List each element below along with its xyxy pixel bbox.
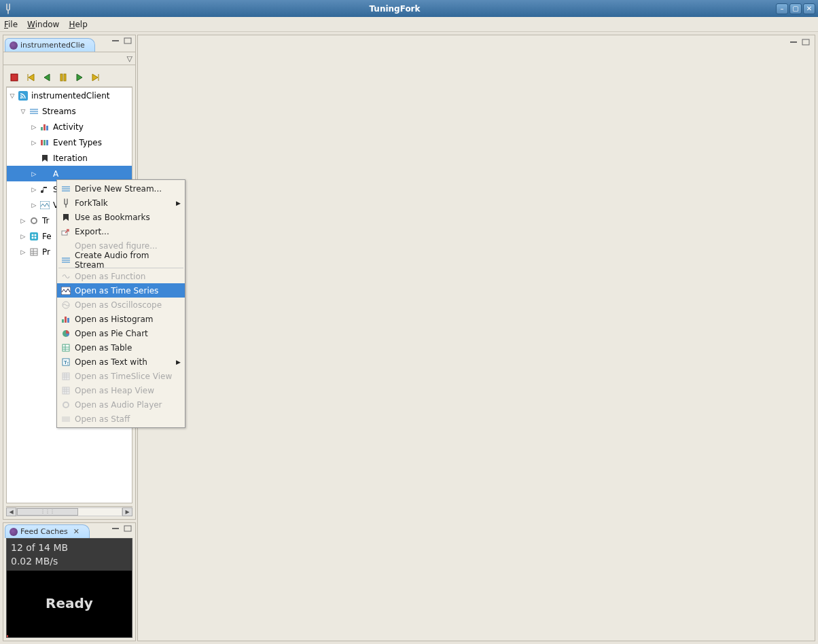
tree-root[interactable]: instrumentedClient	[7, 88, 132, 103]
cache-usage: 12 of 14 MB	[11, 541, 128, 555]
editor-area	[137, 35, 815, 641]
svg-rect-3	[60, 74, 63, 81]
tree-activity[interactable]: Activity	[7, 119, 132, 135]
svg-point-14	[31, 218, 37, 223]
play-button[interactable]	[74, 72, 85, 83]
maximize-view-icon[interactable]	[123, 524, 132, 533]
grid-icon	[60, 371, 72, 382]
text-icon: TT	[60, 357, 72, 368]
rss-icon	[18, 91, 29, 101]
first-button[interactable]	[25, 72, 36, 83]
scroll-right-button[interactable]: ▶	[122, 507, 132, 516]
piechart-icon	[60, 328, 72, 339]
derive-icon	[60, 183, 72, 194]
maximize-editor-icon[interactable]	[801, 38, 811, 46]
menu-open-as-staff: Open as Staff	[57, 412, 185, 426]
tuningfork-icon	[60, 198, 72, 209]
streams-icon	[29, 107, 39, 116]
bars-icon	[39, 122, 50, 132]
tags-icon	[39, 138, 50, 147]
horizontal-scrollbar[interactable]: ◀ ⋮⋮⋮ ▶	[6, 506, 132, 516]
svg-rect-32	[63, 344, 69, 351]
menu-bar: File Window Help	[0, 17, 818, 32]
svg-rect-30	[67, 318, 69, 323]
minimize-editor-icon[interactable]	[789, 38, 798, 46]
menu-export[interactable]: Export...	[57, 224, 185, 238]
menu-open-as-timeslice: Open as TimeSlice View	[57, 369, 185, 383]
instrumented-client-tab[interactable]: instrumentedClie	[5, 38, 95, 52]
histogram-icon	[60, 314, 72, 325]
svg-rect-21	[112, 528, 119, 529]
close-window-button[interactable]: ✕	[803, 3, 815, 14]
pause-button[interactable]	[58, 72, 69, 83]
stop-button[interactable]	[9, 72, 20, 83]
music-note-icon	[39, 185, 50, 194]
function-icon	[60, 271, 72, 282]
svg-rect-1	[124, 38, 131, 43]
bookmark-icon	[60, 212, 72, 223]
svg-rect-23	[790, 41, 797, 43]
eclipse-view-icon	[10, 528, 18, 536]
svg-rect-24	[802, 39, 809, 45]
eclipse-view-icon	[10, 41, 18, 50]
svg-rect-20	[31, 249, 37, 255]
svg-point-16	[32, 234, 34, 236]
svg-rect-15	[30, 232, 38, 240]
timeseries-icon	[60, 285, 72, 296]
cache-rate: 0.02 MB/s	[11, 555, 128, 569]
grid-icon	[60, 385, 72, 396]
feed-caches-body: 12 of 14 MB 0.02 MB/s Ready	[6, 538, 132, 638]
title-bar: TuningFork – ▢ ✕	[0, 0, 818, 17]
menu-help[interactable]: Help	[69, 20, 87, 29]
menu-use-as-bookmarks[interactable]: Use as Bookmarks	[57, 210, 185, 224]
svg-rect-12	[46, 140, 48, 145]
scroll-thumb[interactable]: ⋮⋮⋮	[17, 508, 78, 516]
tree-iteration[interactable]: Iteration	[7, 150, 132, 166]
tab-label: Feed Caches	[20, 527, 68, 536]
svg-point-18	[32, 236, 34, 238]
wave-icon	[39, 169, 50, 179]
scroll-track[interactable]: ⋮⋮⋮	[16, 507, 122, 516]
last-button[interactable]	[90, 72, 101, 83]
menu-open-as-table[interactable]: Open as Table	[57, 340, 185, 355]
feed-caches-view: Feed Caches ✕ 12 of 14 MB 0.02 MB/s Read…	[3, 522, 136, 641]
circle-icon	[29, 216, 39, 226]
svg-rect-2	[11, 74, 18, 81]
menu-file[interactable]: File	[4, 20, 18, 29]
minimize-view-icon[interactable]	[111, 37, 120, 45]
window-title: TuningFork	[14, 4, 776, 14]
menu-forktalk[interactable]: ForkTalk ▶	[57, 196, 185, 210]
menu-open-as-histogram[interactable]: Open as Histogram	[57, 312, 185, 326]
menu-derive-new-stream[interactable]: Derive New Stream...	[57, 181, 185, 196]
svg-rect-29	[65, 317, 67, 323]
svg-rect-36	[63, 373, 69, 380]
tree-event-types[interactable]: Event Types	[7, 135, 132, 150]
table-icon	[29, 247, 39, 257]
view-menu-icon[interactable]: ▽	[127, 54, 132, 63]
minimize-view-icon[interactable]	[111, 524, 120, 533]
context-menu: Derive New Stream... ForkTalk ▶ Use as B…	[56, 179, 185, 428]
menu-open-as-oscilloscope: Open as Oscilloscope	[57, 298, 185, 312]
menu-window[interactable]: Window	[27, 20, 59, 29]
minimize-button[interactable]: –	[776, 3, 788, 14]
maximize-button[interactable]: ▢	[789, 3, 802, 14]
svg-rect-11	[43, 140, 46, 145]
svg-rect-0	[112, 40, 119, 41]
menu-open-as-text[interactable]: TT Open as Text with ▶	[57, 355, 185, 369]
svg-rect-5	[18, 91, 28, 101]
cache-status: Ready	[7, 571, 132, 635]
svg-point-19	[35, 236, 37, 238]
menu-open-as-time-series[interactable]: Open as Time Series	[57, 283, 185, 298]
tree-streams[interactable]: Streams	[7, 103, 132, 119]
oscilloscope-icon	[60, 300, 72, 310]
svg-rect-4	[64, 74, 66, 81]
scroll-left-button[interactable]: ◀	[6, 507, 16, 516]
menu-open-as-pie-chart[interactable]: Open as Pie Chart	[57, 326, 185, 340]
maximize-view-icon[interactable]	[123, 37, 132, 45]
svg-rect-7	[41, 127, 43, 130]
svg-point-17	[35, 234, 37, 236]
menu-create-audio[interactable]: Create Audio from Stream	[57, 253, 185, 267]
close-tab-icon[interactable]: ✕	[73, 527, 79, 536]
feed-caches-tab[interactable]: Feed Caches ✕	[5, 524, 90, 538]
prev-button[interactable]	[41, 72, 52, 83]
